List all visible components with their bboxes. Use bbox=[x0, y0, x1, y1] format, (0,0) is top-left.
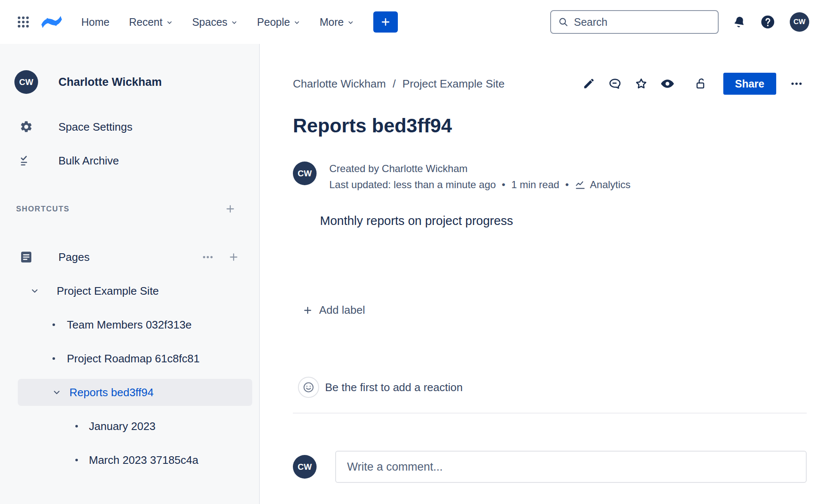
tree-item-label: Team Members 032f313e bbox=[67, 318, 192, 331]
add-label-button[interactable]: Add label bbox=[302, 304, 365, 317]
top-navigation-bar: Home Recent Spaces People More bbox=[0, 0, 827, 44]
content-divider bbox=[293, 413, 807, 414]
read-time-text: 1 min read bbox=[511, 178, 559, 191]
sidebar-item-bulk-archive[interactable]: Bulk Archive bbox=[0, 144, 259, 178]
plus-icon bbox=[302, 305, 313, 316]
bullet-icon bbox=[52, 357, 55, 360]
confluence-logo-icon[interactable] bbox=[41, 12, 63, 32]
comment-bubble-icon[interactable] bbox=[605, 74, 625, 94]
byline-meta: Last updated: less than a minute ago • 1… bbox=[329, 178, 631, 191]
add-shortcut-icon[interactable] bbox=[224, 203, 236, 215]
bullet-icon bbox=[75, 425, 78, 427]
shortcuts-section-header: SHORTCUTS bbox=[0, 199, 259, 219]
bulk-archive-label: Bulk Archive bbox=[58, 154, 119, 167]
search-icon bbox=[558, 16, 569, 27]
unlocked-padlock-icon[interactable] bbox=[691, 74, 711, 94]
tree-item-january-2023[interactable]: January 2023 bbox=[0, 409, 259, 443]
tree-item-project-roadmap[interactable]: Project Roadmap 61c8fc81 bbox=[0, 342, 259, 375]
nav-more-label: More bbox=[320, 16, 344, 28]
comment-input[interactable] bbox=[335, 451, 807, 483]
topbar-right-cluster: CW bbox=[550, 10, 809, 34]
meta-separator: • bbox=[502, 178, 505, 191]
primary-nav: Home Recent Spaces People More bbox=[81, 16, 354, 28]
pages-label: Pages bbox=[58, 251, 90, 264]
user-avatar-initials: CW bbox=[794, 18, 805, 26]
nav-more[interactable]: More bbox=[320, 16, 354, 28]
create-button[interactable] bbox=[373, 11, 398, 33]
confluence-app: Home Recent Spaces People More bbox=[0, 0, 827, 504]
chevron-down-icon[interactable] bbox=[30, 286, 40, 296]
tree-item-reports-selected[interactable]: Reports bed3ff94 bbox=[18, 379, 252, 406]
tree-item-march-2023[interactable]: March 2023 37185c4a bbox=[0, 443, 259, 477]
tree-item-label: Project Roadmap 61c8fc81 bbox=[67, 352, 200, 365]
user-avatar[interactable]: CW bbox=[790, 12, 809, 32]
page-content: Charlotte Wickham / Project Example Site bbox=[260, 44, 827, 504]
breadcrumb: Charlotte Wickham / Project Example Site bbox=[293, 77, 504, 90]
space-header[interactable]: CW Charlotte Wickham bbox=[0, 65, 259, 99]
created-by-text: Created by Charlotte Wickham bbox=[329, 162, 631, 175]
author-avatar: CW bbox=[293, 162, 317, 185]
share-button[interactable]: Share bbox=[723, 73, 776, 95]
shortcuts-header-label: SHORTCUTS bbox=[16, 205, 69, 214]
help-icon[interactable] bbox=[760, 14, 775, 30]
tree-item-label: March 2023 37185c4a bbox=[89, 454, 198, 467]
tree-item-label: Reports bed3ff94 bbox=[69, 386, 154, 399]
add-page-icon[interactable] bbox=[228, 251, 240, 263]
more-actions-icon[interactable] bbox=[786, 74, 807, 94]
space-avatar-initials: CW bbox=[19, 77, 33, 87]
search-input[interactable] bbox=[574, 16, 712, 28]
byline-text: Created by Charlotte Wickham Last update… bbox=[329, 162, 631, 191]
watch-eye-icon[interactable] bbox=[657, 74, 678, 94]
sidebar-item-space-settings[interactable]: Space Settings bbox=[0, 110, 259, 144]
tree-item-project-example-site[interactable]: Project Example Site bbox=[0, 274, 259, 308]
sidebar-item-pages[interactable]: Pages bbox=[0, 240, 259, 274]
chevron-down-icon bbox=[231, 19, 237, 26]
last-updated-text: Last updated: less than a minute ago bbox=[329, 178, 496, 191]
app-switcher-icon[interactable] bbox=[16, 15, 30, 29]
edit-pencil-icon[interactable] bbox=[579, 74, 599, 94]
breadcrumb-parent-link[interactable]: Project Example Site bbox=[402, 77, 504, 90]
space-name: Charlotte Wickham bbox=[58, 76, 162, 89]
add-reaction-smiley-icon[interactable] bbox=[298, 377, 319, 398]
share-label: Share bbox=[735, 78, 764, 90]
analytics-link[interactable]: Analytics bbox=[575, 178, 631, 191]
notifications-bell-icon[interactable] bbox=[732, 14, 747, 30]
bullet-icon bbox=[75, 459, 78, 461]
app-shell: CW Charlotte Wickham Space Settings Bulk… bbox=[0, 44, 827, 504]
reaction-row: Be the first to add a reaction bbox=[298, 377, 807, 398]
nav-recent-label: Recent bbox=[129, 16, 163, 28]
pages-row-actions bbox=[201, 251, 240, 263]
comment-row: CW bbox=[293, 451, 807, 483]
bulk-archive-icon bbox=[14, 154, 38, 167]
meta-separator: • bbox=[565, 178, 568, 191]
page-title: Reports bed3ff94 bbox=[293, 113, 807, 138]
gear-icon bbox=[14, 120, 38, 134]
search-box bbox=[550, 10, 719, 34]
nav-spaces-label: Spaces bbox=[192, 16, 227, 28]
commenter-avatar-initials: CW bbox=[298, 462, 312, 472]
chevron-down-icon[interactable] bbox=[52, 387, 62, 397]
commenter-avatar: CW bbox=[293, 455, 317, 479]
author-avatar-initials: CW bbox=[298, 169, 312, 178]
tree-item-label: January 2023 bbox=[89, 420, 156, 433]
breadcrumb-separator: / bbox=[393, 77, 396, 90]
page-actions: Share bbox=[579, 73, 807, 95]
space-settings-label: Space Settings bbox=[58, 121, 132, 134]
pages-more-icon[interactable] bbox=[201, 251, 214, 263]
reaction-prompt: Be the first to add a reaction bbox=[325, 381, 463, 394]
nav-home[interactable]: Home bbox=[81, 16, 110, 28]
analytics-chart-icon bbox=[575, 179, 586, 190]
nav-people[interactable]: People bbox=[257, 16, 300, 28]
star-icon[interactable] bbox=[631, 74, 651, 94]
page-tree: Project Example Site Team Members 032f31… bbox=[0, 274, 259, 477]
nav-people-label: People bbox=[257, 16, 290, 28]
chevron-down-icon bbox=[347, 19, 354, 26]
chevron-down-icon bbox=[294, 19, 300, 26]
bullet-icon bbox=[52, 323, 55, 326]
breadcrumb-space-link[interactable]: Charlotte Wickham bbox=[293, 77, 386, 90]
tree-item-team-members[interactable]: Team Members 032f313e bbox=[0, 308, 259, 342]
nav-recent[interactable]: Recent bbox=[129, 16, 173, 28]
space-sidebar: CW Charlotte Wickham Space Settings Bulk… bbox=[0, 44, 260, 504]
tree-item-label: Project Example Site bbox=[57, 285, 159, 298]
nav-spaces[interactable]: Spaces bbox=[192, 16, 237, 28]
